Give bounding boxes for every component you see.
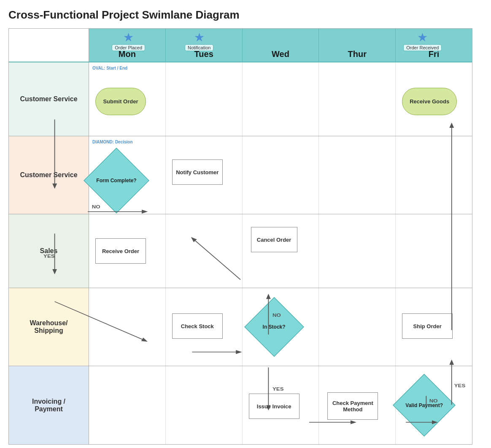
day-col-tues: ★ Notification Tues [166,29,243,62]
day-col-wed: Wed [243,29,319,62]
lane-content-sales: Receive Order Cancel Order [89,214,472,288]
cs2-tues: Notify Customer [166,136,243,214]
swimlane-sales: Sales Receive Order Cancel Order [9,214,472,288]
warehouse-tues: Check Stock [166,288,243,366]
receive-goods-shape: Receive Goods [402,88,457,115]
invoicing-tues [166,366,243,444]
day-label-thur: Thur [348,49,367,59]
star-icon-mon: ★ [123,30,134,44]
check-stock-shape: Check Stock [172,313,223,339]
cs2-thur [319,136,396,214]
swimlane-cs2: Customer Service DIAMOND: Decision Form … [9,136,472,214]
star-icon-tues: ★ [194,30,205,44]
cancel-order-shape: Cancel Order [251,227,297,252]
annotation-oval: OVAL: Start / End [92,66,127,71]
lane-label-warehouse: Warehouse/Shipping [9,288,89,366]
swimlane-cs1: Customer Service OVAL: Start / End Submi… [9,62,472,136]
warehouse-thur [319,288,396,366]
sales-fri [396,214,472,288]
milestone-tag-notification: Notification [185,44,213,51]
ship-order-shape: Ship Order [402,313,453,339]
cs1-mon: OVAL: Start / End Submit Order [89,62,166,136]
swimlane-invoicing: Invoicing /Payment Issue Invoice Check P… [9,366,472,444]
warehouse-mon [89,288,166,366]
in-stock-shape: In Stock? [253,306,295,348]
page-title: Cross-Functional Project Swimlane Diagra… [8,8,483,22]
lane-label-cs2: Customer Service [9,136,89,214]
day-col-thur: Thur [319,29,396,62]
day-col-mon: ★ Order Placed Mon [89,29,166,62]
receive-order-shape: Receive Order [95,238,146,264]
day-label-wed: Wed [272,49,289,59]
header-row: ★ Order Placed Mon ★ Notification Tues W… [9,29,472,62]
diagram-container: ★ Order Placed Mon ★ Notification Tues W… [8,28,472,445]
form-complete-shape: Form Complete? [93,157,140,204]
issue-invoice-shape: Issue Invoice [249,394,299,419]
invoicing-wed: Issue Invoice [243,366,319,444]
sales-wed: Cancel Order [243,214,319,288]
lane-label-sales: Sales [9,214,89,288]
milestone-tag-order-placed: Order Placed [112,44,145,51]
cs1-wed [243,62,319,136]
sales-tues [166,214,243,288]
submit-order-shape: Submit Order [95,88,146,115]
invoicing-mon [89,366,166,444]
cs1-fri: Receive Goods [396,62,472,136]
swimlane-warehouse: Warehouse/Shipping Check Stock In Stock? [9,288,472,366]
cs1-tues [166,62,243,136]
valid-payment-shape: Valid Payment? [402,383,446,427]
cs2-wed [243,136,319,214]
cs1-thur [319,62,396,136]
lane-content-invoicing: Issue Invoice Check Payment Method Valid… [89,366,472,444]
annotation-diamond: DIAMOND: Decision [92,140,133,145]
lane-content-cs2: DIAMOND: Decision Form Complete? Notify … [89,136,472,214]
lane-content-warehouse: Check Stock In Stock? Ship Order [89,288,472,366]
star-icon-fri: ★ [417,30,428,44]
invoicing-fri: Valid Payment? [396,366,472,444]
lane-content-cs1: OVAL: Start / End Submit Order Receive G… [89,62,472,136]
lane-label-invoicing: Invoicing /Payment [9,366,89,444]
day-col-fri: ★ Order Received Fri [396,29,472,62]
notify-customer-shape: Notify Customer [172,159,223,185]
milestone-tag-order-received: Order Received [403,44,442,51]
warehouse-fri: Ship Order [396,288,472,366]
cs2-mon: DIAMOND: Decision Form Complete? [89,136,166,214]
check-payment-shape: Check Payment Method [327,392,378,420]
lane-label-cs1: Customer Service [9,62,89,136]
sales-thur [319,214,396,288]
warehouse-wed: In Stock? [243,288,319,366]
invoicing-thur: Check Payment Method [319,366,396,444]
cs2-fri [396,136,472,214]
sales-mon: Receive Order [89,214,166,288]
